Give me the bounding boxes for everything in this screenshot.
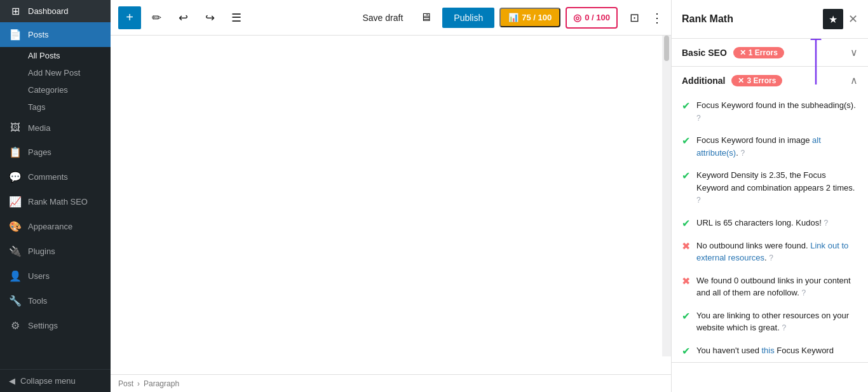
- sidebar-item-pages[interactable]: 📋 Pages: [0, 140, 111, 165]
- check-success-icon-4: ✔: [682, 217, 690, 229]
- check-text-8: You haven't used this Focus Keyword: [696, 344, 834, 357]
- sidebar-item-label: Settings: [28, 321, 58, 330]
- check-item-8: ✔ You haven't used this Focus Keyword: [672, 339, 868, 362]
- sidebar-item-label: Rank Math SEO: [28, 197, 88, 206]
- panel-title: Rank Math: [682, 13, 733, 25]
- preview-button[interactable]: 🖥: [414, 6, 437, 29]
- readability-score-button[interactable]: ◎ 0 / 100: [566, 7, 618, 29]
- rankmath-icon: 📈: [9, 196, 22, 208]
- help-icon-6[interactable]: ?: [802, 288, 806, 297]
- pencil-icon: ✏: [152, 11, 161, 25]
- ellipsis-icon: ⋮: [651, 11, 663, 25]
- help-icon-2[interactable]: ?: [740, 149, 745, 158]
- sidebar-item-media[interactable]: 🖼 Media: [0, 116, 111, 140]
- sidebar-toggle-button[interactable]: ⊡: [623, 6, 646, 29]
- basic-seo-section: Basic SEO ✕ 1 Errors ∨: [672, 39, 868, 67]
- layout-icon: ⊡: [630, 11, 639, 25]
- help-icon-7[interactable]: ?: [782, 323, 786, 332]
- breadcrumb-post[interactable]: Post: [118, 379, 133, 388]
- check-text-1: Focus Keyword found in the subheading(s)…: [696, 99, 858, 124]
- save-draft-button[interactable]: Save draft: [356, 9, 409, 27]
- sidebar-item-appearance[interactable]: 🎨 Appearance: [0, 214, 111, 239]
- check-item-1: ✔ Focus Keyword found in the subheading(…: [672, 94, 868, 129]
- sidebar-item-comments[interactable]: 💬 Comments: [0, 165, 111, 189]
- list-view-button[interactable]: ☰: [225, 6, 248, 29]
- basic-seo-header[interactable]: Basic SEO ✕ 1 Errors ∨: [672, 39, 868, 66]
- help-icon-5[interactable]: ?: [769, 253, 773, 262]
- help-icon-1[interactable]: ?: [696, 114, 701, 123]
- readability-icon: ◎: [573, 12, 581, 24]
- arrow-indicator: [808, 39, 824, 84]
- pages-icon: 📋: [9, 146, 22, 158]
- breadcrumb-chevron-icon: ›: [137, 379, 140, 388]
- close-panel-button[interactable]: ✕: [848, 12, 858, 26]
- tools-icon: 🔧: [9, 295, 22, 307]
- check-text-2: Focus Keyword found in image alt attribu…: [696, 134, 858, 159]
- sidebar-item-label: Pages: [28, 147, 51, 157]
- editor-scrollbar[interactable]: [662, 36, 671, 356]
- undo-button[interactable]: ↩: [172, 6, 194, 29]
- undo-icon: ↩: [179, 11, 188, 25]
- sidebar-item-all-posts[interactable]: All Posts: [0, 47, 111, 64]
- basic-seo-chevron-icon: ∨: [850, 46, 858, 58]
- check-success-icon-6: ✔: [682, 345, 690, 357]
- check-item-2: ✔ Focus Keyword found in image alt attri…: [672, 129, 868, 164]
- dashboard-icon: ⊞: [9, 5, 22, 17]
- help-icon-4[interactable]: ?: [824, 219, 828, 227]
- star-icon: ★: [829, 13, 837, 25]
- check-text-5: No outbound links were found. Link out t…: [696, 240, 858, 264]
- more-options-button[interactable]: ⋮: [651, 10, 663, 25]
- close-icon: ✕: [848, 13, 858, 25]
- publish-button[interactable]: Publish: [442, 8, 494, 28]
- sidebar-item-tools[interactable]: 🔧 Tools: [0, 288, 111, 313]
- check-success-icon-3: ✔: [682, 170, 690, 182]
- sidebar-item-label: Plugins: [28, 247, 55, 256]
- check-text-7: You are linking to other resources on yo…: [696, 309, 858, 334]
- additional-header[interactable]: Additional ✕ 3 Errors ∧: [672, 67, 868, 94]
- sidebar-item-add-new[interactable]: Add New Post: [0, 64, 111, 81]
- star-button[interactable]: ★: [823, 9, 843, 29]
- settings-icon: ⚙: [9, 320, 22, 332]
- check-success-icon-5: ✔: [682, 310, 690, 322]
- sidebar-item-rank-math[interactable]: 📈 Rank Math SEO: [0, 189, 111, 214]
- check-success-icon-2: ✔: [682, 135, 690, 147]
- sidebar-item-users[interactable]: 👤 Users: [0, 264, 111, 288]
- sidebar-item-label: Appearance: [28, 222, 72, 231]
- editor-bottom-bar: Post › Paragraph: [111, 374, 671, 392]
- sidebar-item-label: Users: [28, 271, 50, 281]
- posts-icon: 📄: [9, 29, 22, 41]
- editor-area[interactable]: [111, 36, 671, 374]
- error-x-icon: ✕: [740, 48, 746, 57]
- comments-icon: 💬: [9, 171, 22, 183]
- sidebar-item-label: Dashboard: [28, 6, 69, 16]
- main-content: + ✏ ↩ ↪ ☰ Save draft 🖥 Publish: [111, 0, 671, 392]
- panel-content: Basic SEO ✕ 1 Errors ∨ Additional ✕ 3 Er…: [672, 39, 868, 392]
- sidebar-item-dashboard[interactable]: ⊞ Dashboard: [0, 0, 111, 22]
- check-error-icon-1: ✖: [682, 240, 690, 252]
- redo-icon: ↪: [205, 11, 215, 25]
- scrollbar-thumb: [664, 36, 669, 61]
- sidebar: ⊞ Dashboard 📄 Posts All Posts Add New Po…: [0, 0, 111, 392]
- sidebar-item-plugins[interactable]: 🔌 Plugins: [0, 239, 111, 264]
- toolbar-right: Save draft 🖥 Publish 📊 75 / 100 ◎ 0 / 10…: [356, 6, 663, 29]
- sidebar-item-label: Tools: [28, 296, 47, 306]
- collapse-menu-button[interactable]: ◀ Collapse menu: [0, 369, 111, 392]
- tools-button[interactable]: ✏: [145, 6, 168, 29]
- redo-button[interactable]: ↪: [198, 6, 221, 29]
- plus-icon: +: [126, 10, 133, 25]
- sidebar-item-categories[interactable]: Categories: [0, 81, 111, 98]
- appearance-icon: 🎨: [9, 220, 22, 233]
- basic-seo-left: Basic SEO ✕ 1 Errors: [682, 47, 784, 58]
- breadcrumb-paragraph[interactable]: Paragraph: [144, 379, 179, 388]
- error-x-icon2: ✕: [738, 76, 744, 85]
- help-icon-3[interactable]: ?: [696, 196, 701, 205]
- sidebar-item-posts[interactable]: 📄 Posts: [0, 22, 111, 47]
- add-block-button[interactable]: +: [118, 6, 141, 29]
- check-success-icon: ✔: [682, 100, 690, 112]
- sidebar-item-tags[interactable]: Tags: [0, 98, 111, 116]
- sidebar-item-settings[interactable]: ⚙ Settings: [0, 313, 111, 338]
- right-panel: Rank Math ★ ✕: [671, 0, 868, 392]
- check-item-7: ✔ You are linking to other resources on …: [672, 304, 868, 339]
- seo-score-button[interactable]: 📊 75 / 100: [499, 8, 560, 27]
- check-item-5: ✖ No outbound links were found. Link out…: [672, 234, 868, 269]
